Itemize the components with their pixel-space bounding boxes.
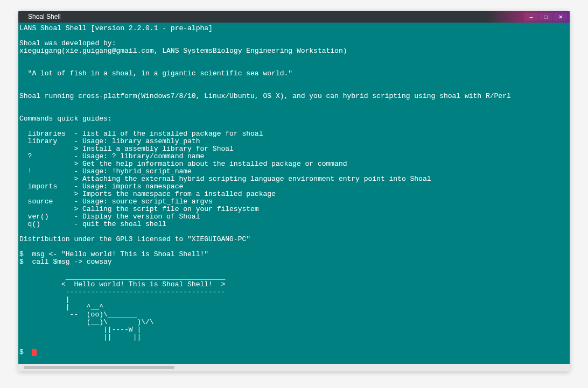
cursor-icon — [32, 349, 37, 356]
cmd-help-usage: ? - Usage: ? library/command name — [19, 152, 204, 160]
guides-header: Commands quick guides: — [19, 115, 112, 123]
dev-by-line: Shoal was developed by: — [19, 39, 116, 47]
input-line-2: $ call $msg -> cowsay — [19, 258, 112, 266]
terminal-output[interactable]: LANS Shoal Shell [version 2.2.0.1 - pre-… — [18, 23, 570, 364]
cmd-source-desc: > Calling the script file on your filesy… — [19, 205, 259, 213]
window-title: Shoal Shell — [28, 13, 61, 20]
cmd-imports-usage: imports - Usage: imports namespace — [19, 182, 183, 191]
cmd-bang-usage: ! - Usage: !hybrid_script_name — [19, 167, 192, 175]
cmd-q: q() - quit the shoal shell — [19, 220, 166, 228]
motto-line: "A lot of fish in a shoal, in a gigantic… — [19, 69, 292, 77]
cowsay-line: ||----W | — [19, 326, 141, 334]
cmd-help-desc: > Get the help information about the ins… — [19, 160, 347, 168]
cmd-source-usage: source - Usage: source script_file argvs — [19, 197, 213, 206]
cowsay-line: < Hello world! This is Shoal Shell! > — [19, 280, 225, 288]
cmd-libraries: libraries - list all of the installed pa… — [19, 130, 263, 138]
cowsay-line: ______________________________________ — [19, 273, 225, 281]
cowsay-line: | — [19, 295, 70, 304]
platform-line: Shoal running cross-platform(Windows7/8/… — [19, 92, 511, 100]
input-line-1: $ msg <- "Hello world! This is Shoal She… — [19, 250, 208, 258]
cowsay-line: -- (oo)\_______ — [19, 311, 137, 319]
cowsay-line: | ^__^ — [19, 303, 103, 311]
distribution-line: Distribution under the GPL3 Licensed to … — [19, 235, 250, 243]
cowsay-line: -------------------------------------- — [19, 288, 225, 296]
cmd-library-usage: library - Usage: library assembly_path — [19, 137, 200, 145]
horizontal-scrollbar[interactable] — [18, 364, 570, 371]
cowsay-line: || || — [19, 333, 141, 341]
minimize-button[interactable]: – — [524, 13, 538, 20]
maximize-button[interactable]: □ — [539, 13, 552, 20]
banner-line: LANS Shoal Shell [version 2.2.0.1 - pre-… — [19, 24, 213, 32]
cmd-library-desc: > Install a assembly library for Shoal — [19, 145, 234, 153]
close-button[interactable]: ✕ — [554, 13, 567, 20]
cowsay-line: (__)\ )\/\ — [19, 318, 154, 326]
cmd-bang-desc: > Attaching the external hybrid scriptin… — [19, 175, 431, 183]
window-controls: – □ ✕ — [524, 13, 568, 20]
title-bar[interactable]: Shoal Shell – □ ✕ — [18, 11, 570, 23]
prompt-symbol: $ — [19, 348, 32, 356]
cmd-imports-desc: > Imports the namespace from a installed… — [19, 190, 276, 198]
cmd-ver: ver() - Display the version of Shoal — [19, 213, 200, 221]
dev-info-line: xieguigang(xie.guigang@gmail.com, LANS S… — [19, 47, 347, 55]
application-window: Shoal Shell – □ ✕ LANS Shoal Shell [vers… — [18, 11, 570, 371]
